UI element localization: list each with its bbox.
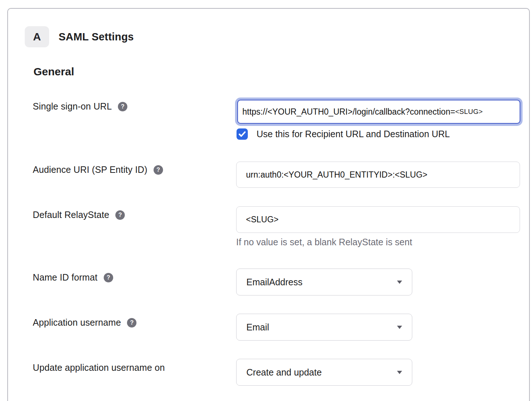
help-icon[interactable]: ?	[118, 102, 127, 111]
name-id-format-label: Name ID format	[33, 272, 98, 283]
page-title: SAML Settings	[59, 26, 134, 47]
chevron-down-icon	[397, 281, 402, 284]
update-username-label: Update application username on	[33, 362, 165, 373]
audience-uri-value: urn:auth0:<YOUR_AUTH0_ENTITYID>:<SLUG>	[246, 170, 428, 180]
audience-uri-label: Audience URI (SP Entity ID)	[33, 164, 147, 175]
relaystate-value: <SLUG>	[246, 215, 279, 225]
help-glyph: ?	[107, 274, 110, 281]
sso-url-label: Single sign-on URL	[33, 101, 112, 112]
help-glyph: ?	[118, 212, 122, 218]
help-icon[interactable]: ?	[154, 165, 163, 175]
help-icon[interactable]: ?	[104, 273, 113, 282]
sso-url-value: https://<YOUR_AUTH0_URI>/login/callback?…	[242, 107, 455, 117]
recipient-url-checkbox-row: Use this for Recipient URL and Destinati…	[237, 128, 450, 140]
section-heading-general: General	[33, 65, 74, 78]
name-id-format-select[interactable]: EmailAddress	[236, 269, 412, 295]
sso-url-input[interactable]: https://<YOUR_AUTH0_URI>/login/callback?…	[237, 100, 520, 124]
application-username-label-row: Application username ?	[33, 317, 136, 328]
checkmark-icon	[239, 131, 246, 137]
application-username-select[interactable]: Email	[236, 314, 412, 341]
help-glyph: ?	[121, 103, 124, 110]
chevron-down-icon	[397, 326, 402, 329]
sso-url-label-row: Single sign-on URL ?	[33, 101, 127, 112]
update-username-value: Create and update	[246, 367, 322, 378]
help-glyph: ?	[156, 167, 160, 173]
help-icon[interactable]: ?	[127, 318, 136, 327]
relaystate-label: Default RelayState	[33, 210, 109, 220]
relaystate-label-row: Default RelayState ?	[33, 210, 125, 220]
chevron-down-icon	[397, 371, 402, 374]
help-glyph: ?	[130, 319, 134, 326]
saml-settings-card: A SAML Settings General Single sign-on U…	[7, 8, 530, 401]
recipient-url-checkbox[interactable]	[237, 128, 248, 140]
help-icon[interactable]: ?	[115, 210, 125, 220]
update-username-label-row: Update application username on	[33, 362, 165, 373]
audience-uri-input[interactable]: urn:auth0:<YOUR_AUTH0_ENTITYID>:<SLUG>	[236, 162, 520, 188]
application-username-value: Email	[246, 322, 269, 333]
relaystate-helper-text: If no value is set, a blank RelayState i…	[236, 237, 412, 247]
relaystate-input[interactable]: <SLUG>	[236, 206, 520, 233]
name-id-format-label-row: Name ID format ?	[33, 272, 113, 283]
audience-uri-label-row: Audience URI (SP Entity ID) ?	[33, 164, 163, 175]
sso-url-slug: <SLUG>	[455, 108, 483, 116]
update-username-select[interactable]: Create and update	[236, 359, 412, 386]
step-badge: A	[25, 26, 49, 47]
application-username-label: Application username	[33, 317, 121, 328]
recipient-url-checkbox-label[interactable]: Use this for Recipient URL and Destinati…	[257, 129, 450, 139]
name-id-format-value: EmailAddress	[246, 277, 302, 287]
